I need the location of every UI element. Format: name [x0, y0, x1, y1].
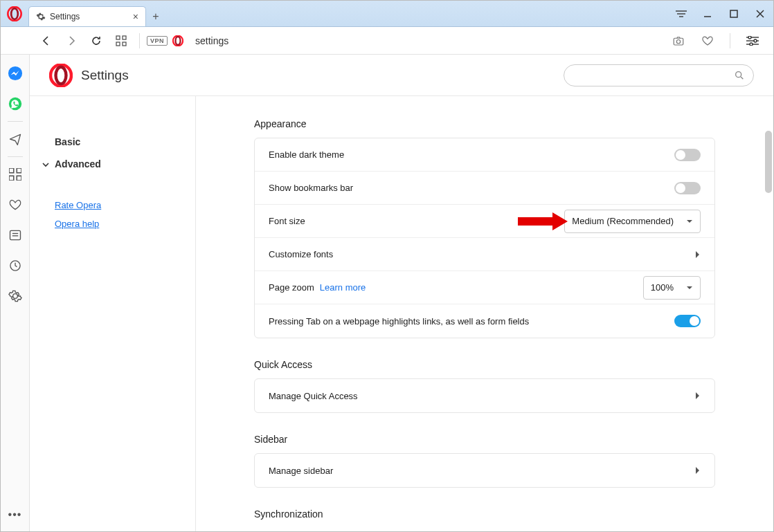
easy-setup-button[interactable] [741, 30, 764, 52]
svg-rect-5 [123, 36, 126, 39]
svg-point-11 [676, 39, 680, 43]
dropdown-font-size[interactable]: Medium (Recommended) [564, 210, 701, 233]
toggle-bookmarks-bar[interactable] [674, 182, 701, 194]
settings-rail-icon[interactable] [8, 288, 23, 304]
nav-rate-opera[interactable]: Rate Opera [30, 196, 195, 214]
chevron-right-icon [695, 466, 701, 475]
settings-nav: Basic Advanced Rate Opera Opera help [30, 96, 196, 531]
row-customize-fonts[interactable]: Customize fonts [255, 238, 714, 271]
row-manage-sidebar[interactable]: Manage sidebar [255, 454, 714, 487]
tab-title: Settings [50, 12, 129, 21]
history-rail-icon[interactable] [8, 258, 23, 273]
bookmarks-rail-icon[interactable] [8, 197, 23, 212]
main-area: ••• Settings Basic [1, 55, 773, 531]
svg-rect-7 [123, 42, 126, 46]
opera-menu-button[interactable] [1, 6, 28, 21]
row-font-size: Font size Medium (Recommended) [255, 205, 714, 238]
new-tab-button[interactable]: + [146, 10, 165, 23]
search-icon [734, 70, 745, 81]
svg-rect-23 [17, 176, 21, 181]
toggle-dark-theme[interactable] [674, 149, 701, 161]
browser-tab[interactable]: Settings × [28, 6, 146, 26]
nav-basic[interactable]: Basic [30, 131, 195, 153]
section-sync-title: Synchronization [254, 508, 715, 520]
page-title: Settings [81, 68, 129, 83]
svg-rect-6 [116, 42, 120, 46]
toolbar: VPN settings [1, 27, 773, 55]
svg-rect-20 [9, 168, 14, 173]
quickaccess-card: Manage Quick Access [254, 378, 715, 413]
opera-logo-icon [49, 64, 73, 87]
snapshot-button[interactable] [667, 30, 690, 52]
maximize-button[interactable] [721, 1, 747, 27]
content-header: Settings [30, 55, 773, 96]
dropdown-page-zoom[interactable]: 100% [643, 276, 701, 300]
appearance-card: Enable dark theme Show bookmarks bar Fon… [254, 138, 715, 338]
svg-point-30 [736, 71, 741, 77]
content-body: Basic Advanced Rate Opera Opera help App… [30, 96, 773, 531]
svg-point-29 [56, 66, 66, 83]
reload-button[interactable] [85, 30, 107, 52]
chevron-right-icon [695, 392, 701, 400]
content: Settings Basic Advanced Rate Opera Oper [30, 55, 773, 531]
toggle-tab-highlights[interactable] [674, 315, 701, 327]
row-manage-quickaccess[interactable]: Manage Quick Access [255, 379, 714, 412]
messenger-icon[interactable] [8, 66, 23, 81]
browser-window: Settings × + [0, 0, 774, 532]
caret-down-icon [686, 284, 693, 291]
opera-logo-icon [7, 6, 22, 21]
row-label: Enable dark theme [269, 149, 674, 160]
whatsapp-icon[interactable] [8, 96, 23, 111]
rail-more-button[interactable]: ••• [8, 508, 22, 521]
window-controls [694, 1, 773, 27]
forward-button[interactable] [60, 30, 82, 52]
chevron-right-icon [695, 250, 701, 259]
site-opera-icon [170, 30, 186, 52]
nav-advanced-label: Advanced [55, 158, 101, 169]
address-bar[interactable]: settings [188, 35, 665, 46]
row-label: Manage Quick Access [269, 391, 695, 401]
bookmark-heart-button[interactable] [696, 30, 719, 52]
vpn-badge[interactable]: VPN [147, 36, 168, 46]
dropdown-value: Medium (Recommended) [572, 216, 674, 226]
row-tab-highlights: Pressing Tab on a webpage highlights lin… [255, 304, 714, 338]
row-label: Page zoom [269, 282, 314, 293]
svg-point-1 [11, 8, 18, 19]
news-rail-icon[interactable] [8, 228, 23, 243]
scrollbar[interactable] [762, 96, 773, 531]
row-label: Pressing Tab on a webpage highlights lin… [269, 316, 674, 327]
svg-rect-4 [116, 36, 120, 39]
gear-icon [36, 12, 46, 21]
svg-rect-10 [674, 38, 683, 45]
learn-more-link[interactable]: Learn more [320, 282, 366, 293]
speed-dial-rail-icon[interactable] [8, 167, 23, 182]
svg-point-15 [748, 36, 751, 39]
scrollbar-thumb[interactable] [765, 131, 772, 193]
sidebar-rail: ••• [1, 55, 30, 531]
toolbar-menu-icon[interactable] [668, 1, 694, 27]
nav-advanced[interactable]: Advanced [30, 153, 195, 175]
speed-dial-button[interactable] [110, 30, 132, 52]
titlebar: Settings × + [1, 1, 773, 27]
svg-rect-21 [17, 168, 21, 173]
svg-point-9 [175, 37, 180, 45]
nav-opera-help[interactable]: Opera help [30, 214, 195, 233]
settings-search[interactable] [564, 64, 754, 86]
close-tab-button[interactable]: × [133, 11, 138, 22]
svg-rect-3 [730, 10, 737, 17]
section-appearance-title: Appearance [254, 118, 715, 129]
svg-point-16 [754, 39, 757, 42]
send-icon[interactable] [8, 131, 23, 147]
svg-rect-24 [10, 230, 20, 239]
row-label: Manage sidebar [269, 466, 695, 476]
section-quickaccess-title: Quick Access [254, 359, 715, 370]
back-button[interactable] [35, 30, 57, 52]
minimize-button[interactable] [694, 1, 721, 27]
row-label: Customize fonts [269, 249, 695, 259]
row-page-zoom: Page zoom Learn more 100% [255, 271, 714, 304]
search-input[interactable] [573, 70, 734, 80]
section-sidebar-title: Sidebar [254, 434, 715, 445]
row-label: Show bookmarks bar [269, 183, 674, 193]
svg-rect-22 [9, 176, 14, 181]
close-window-button[interactable] [747, 1, 773, 27]
